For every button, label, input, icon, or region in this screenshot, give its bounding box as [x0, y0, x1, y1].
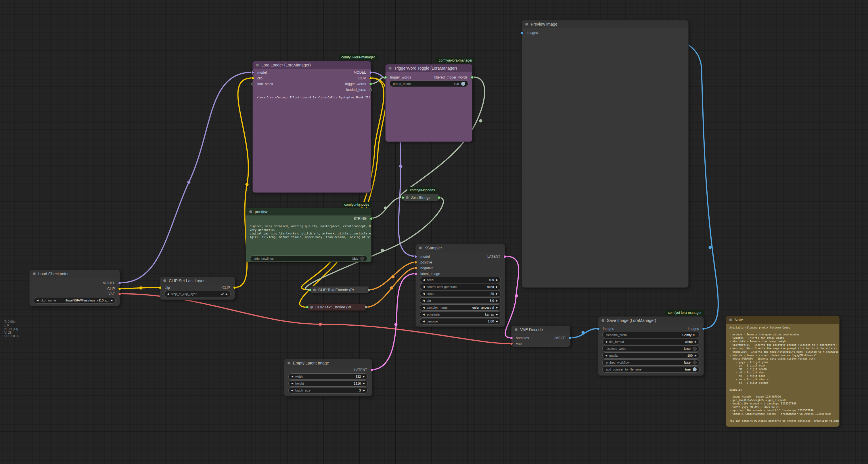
clip-port-dot[interactable]	[369, 77, 372, 80]
conditioning-port-dot[interactable]	[414, 267, 417, 269]
image-port-dot[interactable]	[702, 327, 705, 330]
collapse-dot-icon[interactable]	[33, 272, 36, 275]
collapse-dot-icon[interactable]	[313, 289, 316, 291]
latent-port-dot[interactable]	[414, 272, 417, 275]
node-clip-text-encode-negative[interactable]: CLIP Text Encode (Pr	[307, 303, 366, 311]
conditioning-port-dot[interactable]	[414, 261, 417, 264]
node-title-bar[interactable]: Empty Latent Image	[284, 359, 372, 367]
node-triggerword-toggle[interactable]: comfyui-lora-manager TriggerWord Toggle …	[385, 64, 472, 142]
node-title-bar[interactable]: Save Image (LoraManager)	[598, 317, 704, 324]
scheduler-widget[interactable]: ◀schedulerkarras▶	[420, 311, 501, 318]
collapse-dot-icon[interactable]	[601, 319, 604, 322]
node-join-strings[interactable]: comfyui-kjnodes Join Strings	[403, 194, 439, 201]
image-port-dot[interactable]	[521, 31, 524, 34]
model-port-dot[interactable]	[251, 71, 254, 74]
width-widget[interactable]: ◀width832▶	[288, 373, 368, 380]
prev-arrow-icon[interactable]: ◀	[605, 339, 607, 345]
control-after-generate-widget[interactable]: ◀control after generatefixed▶	[420, 284, 501, 290]
add-counter-toggle-widget[interactable]: add_counter_to_filenametrue	[602, 366, 700, 373]
filename-prefix-widget[interactable]: filename_prefixComfyUI	[602, 332, 700, 338]
prev-arrow-icon[interactable]: ◀	[36, 297, 38, 303]
node-title-bar[interactable]: Preview Image	[522, 21, 688, 28]
next-arrow-icon[interactable]: ▶	[363, 373, 365, 380]
prompt-text[interactable]: highres, very detailed, amazing quality,…	[250, 225, 371, 254]
lora-stack-port-dot[interactable]	[251, 83, 254, 85]
latent-port-dot[interactable]	[510, 337, 513, 340]
collapse-dot-icon[interactable]	[525, 23, 528, 26]
collapse-dot-icon[interactable]	[419, 246, 422, 250]
node-title-bar[interactable]: VAE Decode	[512, 326, 570, 334]
toggle-off-icon[interactable]	[360, 257, 364, 261]
collapsed-output-dot[interactable]	[365, 306, 367, 309]
node-graph-canvas[interactable]: T: 0.00s I: 0 N: 14 [14] V: 28 FPS:58.82…	[0, 0, 868, 464]
collapse-dot-icon[interactable]	[406, 196, 408, 199]
next-arrow-icon[interactable]: ▶	[496, 311, 498, 318]
next-arrow-icon[interactable]: ▶	[496, 304, 498, 311]
embed-workflow-toggle-widget[interactable]: embed_workflowfalse	[602, 359, 700, 366]
node-title-bar[interactable]: CLIP Set Last Layer	[160, 277, 235, 285]
vae-port-dot[interactable]	[118, 293, 121, 295]
node-title-bar[interactable]: Load Checkpoint	[30, 270, 120, 278]
collapsed-input-dot[interactable]	[401, 196, 404, 199]
next-arrow-icon[interactable]: ▶	[694, 352, 696, 359]
collapsed-input-dot[interactable]	[309, 289, 312, 291]
next-arrow-icon[interactable]: ▶	[496, 284, 498, 290]
stop-at-clip-layer-widget[interactable]: ◀ stop_at_clip_layer -2 ▶	[164, 291, 230, 297]
clip-port-dot[interactable]	[233, 286, 236, 289]
model-port-dot[interactable]	[369, 71, 372, 74]
collapse-dot-icon[interactable]	[256, 64, 259, 66]
node-note[interactable]: Note Available filename_prefix Pattern C…	[726, 316, 840, 427]
prev-arrow-icon[interactable]: ◀	[423, 291, 425, 297]
latent-port-dot[interactable]	[370, 369, 373, 371]
image-port-dot[interactable]	[597, 327, 600, 330]
prev-arrow-icon[interactable]: ◀	[423, 318, 425, 324]
collapse-dot-icon[interactable]	[515, 328, 518, 331]
loaded-loras-port-dot[interactable]	[369, 88, 372, 91]
prev-arrow-icon[interactable]: ◀	[291, 373, 293, 380]
steps-widget[interactable]: ◀steps20▶	[420, 291, 501, 297]
prev-arrow-icon[interactable]: ◀	[423, 297, 425, 304]
collapse-dot-icon[interactable]	[729, 318, 732, 321]
toggle-off-icon[interactable]	[693, 347, 696, 351]
prev-arrow-icon[interactable]: ◀	[423, 277, 425, 283]
string-port-dot[interactable]	[369, 83, 372, 85]
node-title-bar[interactable]: positive	[246, 208, 371, 215]
node-clip-text-encode-positive[interactable]: CLIP Text Encode (Pr	[310, 286, 369, 293]
lossless-webp-toggle-widget[interactable]: lossless_webpfalse	[602, 346, 700, 352]
prev-arrow-icon[interactable]: ◀	[605, 352, 607, 359]
node-clip-set-last-layer[interactable]: CLIP Set Last Layer clip CLIP ◀ stop_at_…	[160, 277, 235, 300]
node-preview-image[interactable]: Preview Image images	[522, 20, 689, 288]
node-positive-prompt[interactable]: comfyui-kjnodes positive STRING highres,…	[246, 208, 371, 262]
vae-port-dot[interactable]	[510, 342, 513, 345]
node-title-bar[interactable]: Lora Loader (LoraManager)	[253, 61, 371, 69]
node-title-bar[interactable]: TriggerWord Toggle (LoraManager)	[385, 64, 472, 72]
node-load-checkpoint[interactable]: Load Checkpoint MODEL CLIP VAE ◀ ckpt_na…	[29, 270, 120, 306]
next-arrow-icon[interactable]: ▶	[694, 339, 696, 345]
cfg-widget[interactable]: ◀cfg8.0▶	[420, 297, 501, 304]
clip-port-dot[interactable]	[251, 77, 254, 80]
file-format-widget[interactable]: ◀file_formatwebp▶	[602, 339, 700, 345]
collapsed-input-dot[interactable]	[306, 306, 309, 309]
model-port-dot[interactable]	[118, 282, 121, 285]
collapsed-output-dot[interactable]	[367, 289, 370, 291]
node-ksampler[interactable]: KSampler model positive negative latent_…	[415, 244, 505, 327]
node-lora-loader[interactable]: comfyui-lora-manager Lora Loader (LoraMa…	[252, 61, 371, 193]
next-arrow-icon[interactable]: ▶	[496, 318, 498, 324]
next-arrow-icon[interactable]: ▶	[496, 277, 498, 283]
node-title-bar[interactable]: KSampler	[416, 244, 505, 252]
prev-arrow-icon[interactable]: ◀	[291, 380, 293, 387]
clip-port-dot[interactable]	[118, 287, 121, 290]
next-arrow-icon[interactable]: ▶	[226, 291, 228, 297]
note-text[interactable]: Available filename_prefix Pattern Codes …	[730, 326, 839, 425]
next-arrow-icon[interactable]: ▶	[496, 291, 498, 297]
node-title-bar[interactable]: Note	[726, 316, 839, 324]
denoise-widget[interactable]: ◀denoise1.00▶	[420, 318, 501, 324]
collapse-dot-icon[interactable]	[389, 67, 392, 69]
seed-widget[interactable]: ◀seed409▶	[420, 277, 501, 283]
next-arrow-icon[interactable]: ▶	[496, 297, 498, 304]
toggle-on-icon[interactable]	[461, 82, 465, 86]
prev-arrow-icon[interactable]: ◀	[291, 387, 293, 394]
node-save-image[interactable]: comfyui-lora-manager Save Image (LoraMan…	[598, 316, 704, 376]
ckpt-name-widget[interactable]: ◀ ckpt_name il\waiNSFWIllustrious_v110.s…	[34, 297, 116, 303]
collapse-dot-icon[interactable]	[163, 279, 166, 282]
